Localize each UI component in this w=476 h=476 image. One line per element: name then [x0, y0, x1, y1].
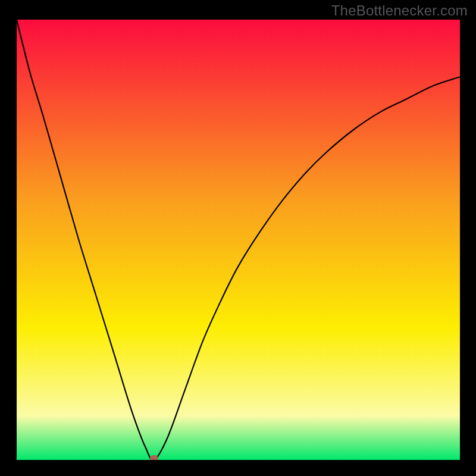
watermark-label: TheBottlenecker.com: [331, 2, 468, 19]
chart-frame: TheBottlenecker.com: [0, 0, 476, 476]
gradient-background: [17, 20, 460, 460]
chart-svg: [17, 20, 460, 460]
plot-area: [17, 20, 460, 460]
